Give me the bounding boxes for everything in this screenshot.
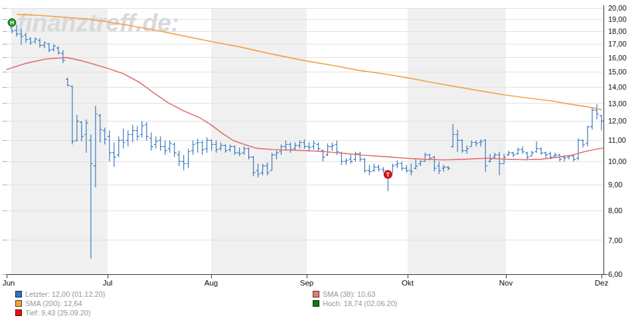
- x-axis-label: Nov: [499, 279, 513, 287]
- legend-left-column: Letzter: 12,00 (01.12.20) SMA (200): 12,…: [15, 290, 105, 317]
- y-axis-label: 19,00: [608, 15, 627, 23]
- y-axis-label: 9,00: [608, 181, 622, 189]
- month-band: [408, 8, 506, 274]
- y-axis-label: 7,00: [608, 236, 622, 244]
- y-axis-label: 17,00: [608, 40, 627, 48]
- y-axis-label: 18,00: [608, 27, 627, 35]
- legend-item-sma200: SMA (200): 12,64: [15, 299, 105, 308]
- letzter-swatch-icon: [15, 291, 22, 297]
- x-axis-label: Okt: [402, 279, 414, 287]
- y-axis-label: 8,00: [608, 207, 622, 214]
- watermark-logo: finanztreff.de:: [17, 9, 179, 37]
- legend-item-letzter: Letzter: 12,00 (01.12.20): [15, 290, 105, 299]
- hoch-marker-glyph: H: [10, 19, 14, 26]
- legend-sma38-label: SMA (38): 10,63: [323, 290, 376, 299]
- legend-item-sma38: SMA (38): 10,63: [313, 290, 398, 299]
- y-axis-label: 20,00: [608, 4, 627, 12]
- x-axis-label: Dez: [595, 279, 609, 287]
- legend-item-hoch: Hoch: 18,74 (02.06.20): [313, 299, 398, 308]
- y-axis-label: 16,00: [608, 54, 627, 62]
- sma200-swatch-icon: [15, 300, 22, 307]
- x-axis-label: Jul: [103, 279, 113, 287]
- y-axis-label: 11,00: [608, 136, 626, 144]
- legend-item-tief: Tief: 9,43 (25.09.20): [15, 308, 105, 317]
- y-axis-label: 12,00: [608, 117, 627, 125]
- sma38-swatch-icon: [313, 291, 319, 297]
- legend-right-column: SMA (38): 10,63 Hoch: 18,74 (02.06.20): [313, 290, 398, 308]
- y-axis-label: 6,00: [608, 270, 622, 278]
- x-axis-label: Jun: [3, 279, 15, 287]
- month-band: [11, 8, 108, 274]
- y-axis-label: 13,00: [608, 100, 627, 108]
- tief-swatch-icon: [15, 309, 22, 316]
- y-axis-label: 15,00: [608, 68, 627, 76]
- legend-tief-label: Tief: 9,43 (25.09.20): [25, 308, 91, 317]
- hoch-swatch-icon: [313, 300, 319, 307]
- month-band: [211, 8, 307, 274]
- y-axis-label: 10,00: [608, 157, 627, 165]
- tief-marker-glyph: T: [386, 171, 390, 178]
- legend-letzter-label: Letzter: 12,00 (01.12.20): [25, 290, 105, 299]
- price-chart: finanztreff.de:20,0019,0018,0017,0016,00…: [0, 0, 644, 332]
- legend-sma200-label: SMA (200): 12,64: [25, 299, 82, 308]
- y-axis-label: 14,00: [608, 83, 627, 91]
- x-axis-label: Sep: [300, 279, 313, 287]
- stock-chart-panel: finanztreff.de:20,0019,0018,0017,0016,00…: [0, 0, 644, 332]
- x-axis-label: Aug: [204, 279, 218, 287]
- legend-hoch-label: Hoch: 18,74 (02.06.20): [323, 299, 398, 308]
